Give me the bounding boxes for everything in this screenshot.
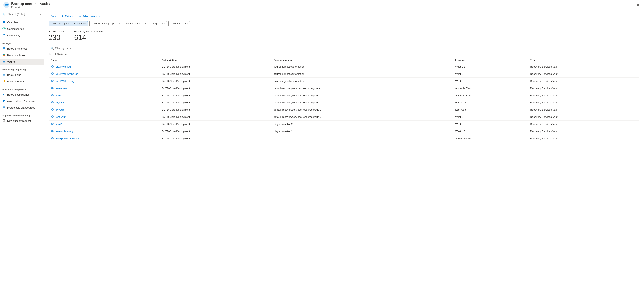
table-row[interactable]: vault-new BVTD-Core-Deploymentdefault-re… <box>48 85 639 92</box>
filter-chip-resource-group[interactable]: Vault resource group == All <box>90 21 122 26</box>
svg-rect-17 <box>2 74 5 74</box>
table-row[interactable]: VaultWithWrongTag BVTD-Core-Deploymentaz… <box>48 71 639 78</box>
header-close-btn[interactable]: ✕ <box>635 3 641 8</box>
vault-name[interactable]: vault-new <box>56 87 67 90</box>
table-row[interactable]: myvault BVTD-Core-Deploymentdefault-reco… <box>48 99 639 106</box>
select-columns-button[interactable]: → Select columns <box>78 14 100 19</box>
col-subscription[interactable]: Subscription <box>160 57 271 63</box>
table-row[interactable]: vaultwithouttag BVTD-Core-Deploymentdiag… <box>48 128 639 135</box>
svg-marker-6 <box>4 28 5 29</box>
sidebar-item-azure-policies[interactable]: Azure policies for backup <box>0 98 44 105</box>
sidebar-item-backup-compliance-label: Backup compliance <box>7 93 30 96</box>
vault-row-icon <box>51 65 54 69</box>
sidebar-item-backup-policies[interactable]: Backup policies <box>0 52 44 59</box>
more-options-btn[interactable]: ... <box>52 2 54 6</box>
filter-chip-tags[interactable]: Tags == All <box>151 21 167 26</box>
sidebar-item-backup-reports[interactable]: Backup reports <box>0 78 44 85</box>
sidebar-item-backup-jobs[interactable]: Backup jobs <box>0 72 44 78</box>
backup-jobs-icon <box>2 73 6 77</box>
table-row[interactable]: VaultWithTag BVTD-Core-Deploymentazuredi… <box>48 63 639 71</box>
filter-by-name-input[interactable] <box>55 47 102 50</box>
col-location[interactable]: Location ↕ <box>453 57 528 63</box>
col-type[interactable]: Type <box>528 57 639 63</box>
filter-icon: 🔍 <box>51 47 54 50</box>
col-name[interactable]: Name ↕ <box>48 57 160 63</box>
vault-name[interactable]: tryvault <box>56 108 64 111</box>
table-row[interactable]: BvtRpmTestBSVault BVTD-Core-Deployment..… <box>48 135 639 142</box>
filter-chip-subscription[interactable]: Vault subscription == 66 selected <box>48 21 88 26</box>
search-input[interactable] <box>6 12 38 17</box>
svg-rect-11 <box>3 49 4 49</box>
vault-row-icon <box>51 86 54 90</box>
svg-rect-13 <box>4 54 5 55</box>
azure-policies-icon <box>2 99 6 103</box>
cell-location: West US <box>453 128 528 135</box>
vault-name[interactable]: test-vault <box>56 115 66 118</box>
vault-name[interactable]: BvtRpmTestBSVault <box>56 137 79 140</box>
svg-rect-2 <box>4 21 5 22</box>
table-row[interactable]: test-vault BVTD-Core-Deploymentdefault-r… <box>48 113 639 121</box>
sidebar-item-overview[interactable]: Overview <box>0 19 44 26</box>
cell-location: East Asia <box>453 99 528 106</box>
table-row[interactable]: tryvault BVTD-Core-Deploymentdefault-rec… <box>48 106 639 113</box>
vault-name[interactable]: VaultWithTag <box>56 65 71 68</box>
svg-rect-10 <box>3 48 5 48</box>
cell-location: West US <box>453 121 528 128</box>
cell-subscription: BVTD-Core-Deployment <box>160 85 271 92</box>
cell-location: Australia East <box>453 85 528 92</box>
sidebar-item-community-label: Community <box>7 34 20 37</box>
col-resource-group[interactable]: Resource group <box>271 57 453 63</box>
table-row[interactable]: VaultWithoutTag BVTD-Core-Deploymentazur… <box>48 78 639 85</box>
sidebar-item-vaults[interactable]: Vaults <box>0 59 44 65</box>
add-vault-button[interactable]: + Vault <box>48 14 58 19</box>
sidebar-item-community[interactable]: Community <box>0 32 44 39</box>
cell-type: Recovery Services Vault <box>528 63 639 71</box>
vault-row-icon <box>51 94 54 97</box>
vault-name[interactable]: VaultWithoutTag <box>56 80 74 83</box>
cell-name: tryvault <box>48 106 160 113</box>
sidebar-item-backup-compliance[interactable]: Backup compliance <box>0 91 44 98</box>
sidebar-item-new-support-request[interactable]: ? New support request <box>0 118 44 124</box>
sidebar-item-backup-instances[interactable]: Backup instances <box>0 45 44 52</box>
table-header: Name ↕ Subscription Resource group Locat… <box>48 57 639 63</box>
svg-rect-20 <box>3 82 4 82</box>
sidebar-item-backup-instances-label: Backup instances <box>7 47 28 50</box>
svg-rect-22 <box>4 80 5 82</box>
cell-resource-group: azurediagnosticautomation <box>271 63 453 71</box>
cell-name: vault-new <box>48 85 160 92</box>
cell-resource-group: default-recoveryservices-resourcegroup-.… <box>271 113 453 121</box>
cell-name: vault1 <box>48 121 160 128</box>
cell-name: VaultWithoutTag <box>48 78 160 85</box>
svg-point-38 <box>52 116 53 117</box>
vault-name[interactable]: vault1 <box>56 123 63 126</box>
svg-rect-26 <box>3 101 5 101</box>
filter-chip-vault-type[interactable]: Vault type == All <box>168 21 190 26</box>
vault-name[interactable]: vaultwithouttag <box>56 130 73 133</box>
app-name: Backup center <box>11 2 36 6</box>
collapse-sidebar-btn[interactable]: « <box>40 13 41 16</box>
cell-type: Recovery Services Vault <box>528 106 639 113</box>
sidebar-item-protectable-datasources[interactable]: Protectable datasources <box>0 105 44 111</box>
svg-rect-14 <box>3 55 4 56</box>
nav-section-monitoring: Monitoring + reporting <box>0 67 44 72</box>
svg-text:?: ? <box>4 120 5 122</box>
sidebar-item-overview-label: Overview <box>7 21 18 24</box>
sidebar-item-getting-started[interactable]: Getting started <box>0 26 44 32</box>
page-title: Vaults <box>40 2 50 6</box>
svg-rect-3 <box>2 22 4 24</box>
svg-point-39 <box>52 123 53 124</box>
vault-name[interactable]: myvault <box>56 101 64 104</box>
sidebar-item-getting-started-label: Getting started <box>7 28 24 31</box>
filter-chip-location[interactable]: Vault location == All <box>124 21 149 26</box>
cell-type: Recovery Services Vault <box>528 135 639 142</box>
nav-divider-policy <box>0 86 44 86</box>
refresh-button[interactable]: ↻ Refresh <box>61 14 75 19</box>
svg-point-34 <box>52 88 53 88</box>
svg-rect-23 <box>3 93 5 96</box>
sidebar-item-backup-reports-label: Backup reports <box>7 80 24 83</box>
table-row[interactable]: vault1 BVTD-Core-Deploymentdefault-recov… <box>48 92 639 99</box>
svg-point-8 <box>4 34 5 36</box>
vault-name[interactable]: vault1 <box>56 94 63 97</box>
table-row[interactable]: vault1 BVTD-Core-Deploymentdiagautomatio… <box>48 121 639 128</box>
vault-name[interactable]: VaultWithWrongTag <box>56 73 78 75</box>
